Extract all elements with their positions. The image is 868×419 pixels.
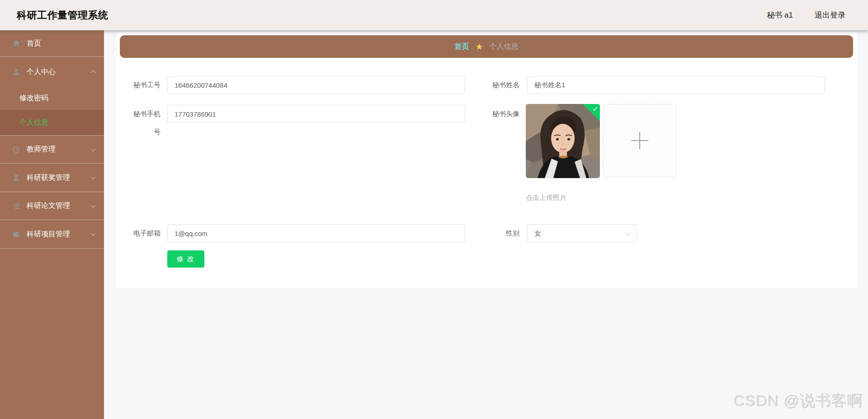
- chevron-down-icon: [90, 174, 95, 179]
- logout-button[interactable]: 退出登录: [815, 10, 845, 20]
- sidebar-item-research-paper-management[interactable]: 科研论文管理: [0, 192, 104, 220]
- name-input[interactable]: [527, 76, 825, 94]
- email-input[interactable]: [167, 224, 465, 242]
- upload-photo-link[interactable]: 点击上传照片: [526, 193, 566, 202]
- current-user-label: 秘书 a1: [767, 10, 793, 20]
- app-header: 科研工作量管理系统 秘书 a1 退出登录: [0, 0, 868, 30]
- phone-input[interactable]: [167, 105, 465, 123]
- home-icon: [12, 39, 20, 47]
- sidebar-item-label: 教师管理: [27, 145, 56, 154]
- check-icon: ✓: [592, 105, 598, 113]
- sidebar: 首页 个人中心 修改密码 个人信息 教师管理 科研获奖管理 科研论文管理: [0, 30, 104, 419]
- csdn-watermark: CSDN @说书客啊: [734, 391, 863, 412]
- briefcase-icon: [12, 230, 20, 238]
- sidebar-item-label: 首页: [27, 39, 41, 48]
- gender-selected-value: 女: [534, 229, 541, 237]
- chevron-down-icon: [90, 202, 95, 207]
- sidebar-item-personal-center[interactable]: 个人中心: [0, 57, 104, 87]
- sidebar-item-label: 科研项目管理: [27, 230, 70, 239]
- breadcrumb-home-link[interactable]: 首页: [454, 42, 469, 52]
- sidebar-item-teacher-management[interactable]: 教师管理: [0, 136, 104, 164]
- breadcrumb: 首页 ★ 个人信息: [120, 35, 853, 58]
- header-right: 秘书 a1 退出登录: [767, 10, 845, 20]
- star-icon: ★: [475, 42, 483, 51]
- email-label: 电子邮箱: [132, 224, 160, 242]
- work-id-label: 秘书工号: [132, 76, 160, 94]
- avatar-upload-box[interactable]: [603, 104, 676, 177]
- sidebar-item-label: 个人中心: [27, 67, 56, 77]
- name-label: 秘书姓名: [491, 76, 519, 94]
- chevron-down-icon: [90, 231, 95, 236]
- gender-select[interactable]: 女: [527, 224, 637, 242]
- person-icon: [12, 174, 20, 182]
- user-icon: [12, 68, 20, 76]
- plus-icon: [629, 130, 650, 151]
- avatar-photo[interactable]: ✓: [526, 104, 600, 178]
- submit-button[interactable]: 修 改: [167, 250, 204, 268]
- sidebar-item-research-project-management[interactable]: 科研项目管理: [0, 220, 104, 249]
- sidebar-item-label: 科研论文管理: [27, 201, 70, 211]
- sidebar-subitem-change-password[interactable]: 修改密码: [0, 87, 104, 110]
- app-title: 科研工作量管理系统: [17, 9, 108, 22]
- gender-label: 性别: [491, 224, 519, 242]
- chevron-up-icon: [90, 70, 95, 75]
- chevron-down-icon: [625, 231, 630, 235]
- sidebar-item-research-award-management[interactable]: 科研获奖管理: [0, 164, 104, 192]
- list-icon: [12, 202, 20, 210]
- clock-icon: [12, 146, 20, 154]
- breadcrumb-current: 个人信息: [490, 42, 519, 52]
- sidebar-subitem-label: 个人信息: [19, 118, 48, 127]
- sidebar-subitem-label: 修改密码: [19, 94, 48, 103]
- sidebar-subitem-personal-info[interactable]: 个人信息: [0, 110, 104, 136]
- main-content-panel: 首页 ★ 个人信息 秘书工号 秘书姓名 秘书手机号 秘书头像: [116, 32, 857, 288]
- chevron-down-icon: [90, 146, 95, 151]
- sidebar-item-home[interactable]: 首页: [0, 30, 104, 57]
- phone-label: 秘书手机号: [132, 105, 160, 141]
- avatar-label: 秘书头像: [491, 105, 519, 123]
- sidebar-item-label: 科研获奖管理: [27, 173, 70, 183]
- work-id-input[interactable]: [167, 76, 465, 94]
